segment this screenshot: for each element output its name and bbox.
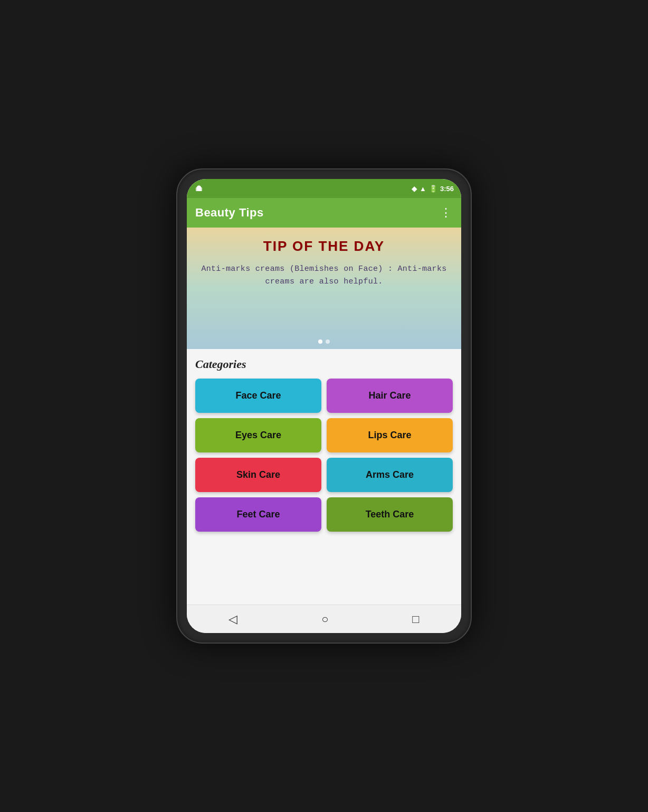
lips-care-button[interactable]: Lips Care — [327, 418, 453, 452]
status-icons: ◆ ▲ 🔋 3:56 — [412, 185, 454, 193]
signal-icon: ▲ — [420, 185, 426, 193]
more-options-button[interactable]: ⋮ — [440, 206, 453, 220]
eyes-care-button[interactable]: Eyes Care — [195, 418, 321, 452]
phone-device: ◆ ▲ 🔋 3:56 Beauty Tips ⋮ TIP OF THE DAY … — [176, 168, 472, 644]
app-title: Beauty Tips — [195, 206, 264, 220]
tip-text: Anti-marks creams (Blemishes on Face) : … — [199, 263, 449, 288]
hair-care-button[interactable]: Hair Care — [327, 379, 453, 413]
banner-dots — [318, 339, 330, 344]
tip-title: TIP OF THE DAY — [263, 238, 385, 254]
phone-screen: ◆ ▲ 🔋 3:56 Beauty Tips ⋮ TIP OF THE DAY … — [187, 179, 461, 633]
nav-bar: ◁ ○ □ — [187, 605, 461, 633]
categories-grid: Face Care Hair Care Eyes Care Lips Care … — [195, 379, 453, 532]
status-left — [194, 184, 204, 193]
skin-care-button[interactable]: Skin Care — [195, 458, 321, 492]
dot-2 — [326, 339, 330, 344]
feet-care-button[interactable]: Feet Care — [195, 497, 321, 532]
teeth-care-button[interactable]: Teeth Care — [327, 497, 453, 532]
dot-1 — [318, 339, 322, 344]
time-display: 3:56 — [440, 185, 454, 193]
arms-care-button[interactable]: Arms Care — [327, 458, 453, 492]
categories-section: Categories Face Care Hair Care Eyes Care… — [187, 349, 461, 605]
face-care-button[interactable]: Face Care — [195, 379, 321, 413]
back-button[interactable]: ◁ — [228, 612, 237, 626]
recents-button[interactable]: □ — [412, 612, 419, 626]
status-bar: ◆ ▲ 🔋 3:56 — [187, 179, 461, 198]
home-button[interactable]: ○ — [321, 612, 328, 626]
battery-icon: 🔋 — [429, 185, 437, 193]
app-bar: Beauty Tips ⋮ — [187, 198, 461, 228]
android-icon — [194, 184, 204, 193]
categories-heading: Categories — [195, 357, 453, 371]
tip-banner: TIP OF THE DAY Anti-marks creams (Blemis… — [187, 228, 461, 349]
wifi-icon: ◆ — [412, 185, 417, 193]
